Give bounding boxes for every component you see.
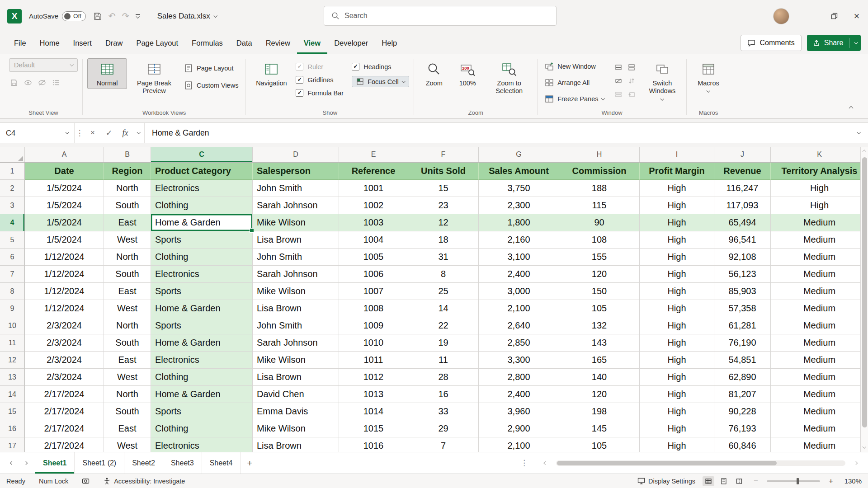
cell-D17[interactable]: Lisa Brown bbox=[253, 437, 339, 452]
cell-B4[interactable]: East bbox=[104, 214, 151, 231]
cell-J3[interactable]: 117,093 bbox=[714, 197, 771, 214]
column-header-g[interactable]: G bbox=[479, 147, 559, 162]
sheet-tab-sheet3[interactable]: Sheet3 bbox=[163, 452, 202, 474]
cell-I9[interactable]: High bbox=[640, 300, 714, 317]
cell-F7[interactable]: 8 bbox=[408, 266, 479, 283]
cell-J1[interactable]: Revenue bbox=[714, 163, 771, 180]
unhide-window-button[interactable] bbox=[613, 88, 624, 100]
sheet-view-dropdown[interactable]: Default bbox=[9, 58, 78, 72]
row-header-1[interactable]: 1 bbox=[0, 163, 25, 180]
cell-E4[interactable]: 1003 bbox=[339, 214, 408, 231]
zoom-out-button[interactable]: − bbox=[752, 477, 760, 486]
comments-button[interactable]: Comments bbox=[741, 35, 801, 51]
cell-D2[interactable]: John Smith bbox=[253, 180, 339, 197]
customize-toolbar-icon[interactable] bbox=[136, 14, 140, 18]
cell-B10[interactable]: North bbox=[104, 317, 151, 334]
ribbon-tab-developer[interactable]: Developer bbox=[327, 32, 375, 54]
cell-B12[interactable]: East bbox=[104, 352, 151, 369]
view-side-by-side-button[interactable] bbox=[626, 61, 637, 73]
column-header-k[interactable]: K bbox=[771, 147, 860, 162]
row-header-4[interactable]: 4 bbox=[0, 214, 25, 231]
new-sheet-button[interactable]: + bbox=[241, 452, 259, 474]
cell-E1[interactable]: Reference bbox=[339, 163, 408, 180]
cell-K6[interactable]: Medium bbox=[771, 249, 860, 266]
cell-J11[interactable]: 76,190 bbox=[714, 334, 771, 352]
cell-K1[interactable]: Territory Analysis bbox=[771, 163, 860, 180]
cell-A8[interactable]: 1/12/2024 bbox=[25, 283, 104, 300]
cell-E13[interactable]: 1012 bbox=[339, 369, 408, 386]
ribbon-tab-data[interactable]: Data bbox=[230, 32, 259, 54]
cell-K7[interactable]: Medium bbox=[771, 266, 860, 283]
cell-E3[interactable]: 1002 bbox=[339, 197, 408, 214]
cell-C17[interactable]: Electronics bbox=[151, 437, 253, 452]
hscroll-right-icon[interactable] bbox=[849, 462, 863, 465]
cell-J7[interactable]: 56,123 bbox=[714, 266, 771, 283]
cell-H14[interactable]: 120 bbox=[559, 386, 640, 403]
hide-window-button[interactable] bbox=[613, 75, 624, 87]
split-button[interactable] bbox=[613, 61, 624, 73]
cell-C4[interactable]: Home & Garden bbox=[151, 214, 253, 231]
column-header-a[interactable]: A bbox=[25, 147, 104, 162]
cell-A13[interactable]: 2/3/2024 bbox=[25, 369, 104, 386]
normal-view-shortcut[interactable] bbox=[703, 476, 714, 486]
cell-H1[interactable]: Commission bbox=[559, 163, 640, 180]
zoom-slider[interactable] bbox=[767, 480, 820, 482]
cell-C8[interactable]: Sports bbox=[151, 283, 253, 300]
cell-F5[interactable]: 18 bbox=[408, 231, 479, 249]
cell-E11[interactable]: 1010 bbox=[339, 334, 408, 352]
keep-sheet-view-icon[interactable] bbox=[10, 79, 18, 87]
cell-C11[interactable]: Home & Garden bbox=[151, 334, 253, 352]
page-layout-button[interactable]: Page Layout bbox=[181, 62, 241, 75]
formula-bar-handle-icon[interactable]: ⋮ bbox=[75, 128, 85, 138]
column-header-e[interactable]: E bbox=[339, 147, 408, 162]
cell-D1[interactable]: Salesperson bbox=[253, 163, 339, 180]
cell-H12[interactable]: 165 bbox=[559, 352, 640, 369]
column-header-d[interactable]: D bbox=[253, 147, 339, 162]
row-header-7[interactable]: 7 bbox=[0, 266, 25, 283]
restore-button[interactable] bbox=[823, 0, 845, 32]
cell-A7[interactable]: 1/12/2024 bbox=[25, 266, 104, 283]
freeze-panes-button[interactable]: Freeze Panes bbox=[542, 93, 607, 105]
cell-C16[interactable]: Clothing bbox=[151, 420, 253, 437]
cell-B17[interactable]: West bbox=[104, 437, 151, 452]
cell-B6[interactable]: North bbox=[104, 249, 151, 266]
switch-windows-button[interactable]: Switch Windows bbox=[643, 58, 682, 102]
cell-B11[interactable]: South bbox=[104, 334, 151, 352]
row-header-15[interactable]: 15 bbox=[0, 403, 25, 420]
ribbon-tab-file[interactable]: File bbox=[7, 32, 33, 54]
ribbon-tab-review[interactable]: Review bbox=[259, 32, 297, 54]
cell-J16[interactable]: 76,193 bbox=[714, 420, 771, 437]
cell-D8[interactable]: Mike Wilson bbox=[253, 283, 339, 300]
cell-C14[interactable]: Home & Garden bbox=[151, 386, 253, 403]
row-header-6[interactable]: 6 bbox=[0, 249, 25, 266]
search-box[interactable]: Search bbox=[324, 6, 557, 26]
row-header-14[interactable]: 14 bbox=[0, 386, 25, 403]
cell-F16[interactable]: 29 bbox=[408, 420, 479, 437]
cell-J10[interactable]: 61,281 bbox=[714, 317, 771, 334]
cell-G3[interactable]: 2,300 bbox=[479, 197, 559, 214]
record-macro-icon[interactable] bbox=[82, 477, 90, 485]
cell-I16[interactable]: High bbox=[640, 420, 714, 437]
cell-A17[interactable]: 2/17/2024 bbox=[25, 437, 104, 452]
cell-D3[interactable]: Sarah Johnson bbox=[253, 197, 339, 214]
column-header-h[interactable]: H bbox=[559, 147, 640, 162]
cell-C12[interactable]: Electronics bbox=[151, 352, 253, 369]
cell-E14[interactable]: 1013 bbox=[339, 386, 408, 403]
undo-icon[interactable]: ↶ bbox=[108, 12, 116, 20]
cell-G13[interactable]: 2,800 bbox=[479, 369, 559, 386]
cell-A4[interactable]: 1/5/2024 bbox=[25, 214, 104, 231]
cell-D11[interactable]: Sarah Johnson bbox=[253, 334, 339, 352]
redo-icon[interactable]: ↷ bbox=[122, 12, 129, 20]
share-chevron-icon[interactable] bbox=[854, 41, 858, 44]
cell-B5[interactable]: West bbox=[104, 231, 151, 249]
cell-D4[interactable]: Mike Wilson bbox=[253, 214, 339, 231]
cell-H13[interactable]: 140 bbox=[559, 369, 640, 386]
function-chevron-icon[interactable] bbox=[133, 131, 144, 134]
cell-K11[interactable]: Medium bbox=[771, 334, 860, 352]
display-settings-button[interactable]: Display Settings bbox=[637, 477, 695, 485]
cell-H9[interactable]: 105 bbox=[559, 300, 640, 317]
cell-K17[interactable]: Medium bbox=[771, 437, 860, 452]
sheet-tab-sheet1-2[interactable]: Sheet1 (2) bbox=[75, 452, 124, 474]
cell-H15[interactable]: 198 bbox=[559, 403, 640, 420]
cell-D7[interactable]: Sarah Johnson bbox=[253, 266, 339, 283]
